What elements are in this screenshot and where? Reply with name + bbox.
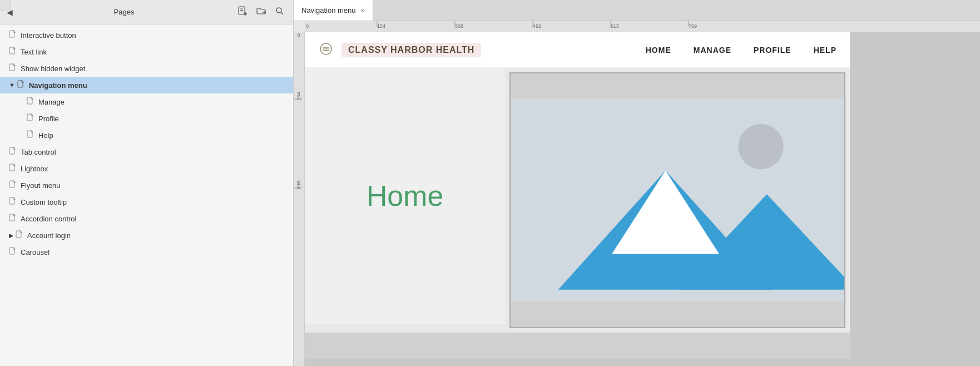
pages-list: Interactive button Text link Show hidden…: [0, 24, 293, 366]
header-icons: [235, 5, 286, 19]
sidebar-item-show-hidden-widget[interactable]: Show hidden widget: [0, 60, 293, 77]
sidebar-item-flyout-menu[interactable]: Flyout menu: [0, 177, 293, 194]
svg-rect-21: [16, 231, 21, 238]
pages-title: Pages: [13, 8, 235, 16]
canvas-content: Home: [305, 68, 850, 333]
page-doc-icon: [9, 214, 16, 224]
sidebar-item-tab-control[interactable]: Tab control: [0, 144, 293, 160]
svg-rect-18: [9, 181, 14, 187]
tab-close-icon[interactable]: ×: [360, 7, 365, 14]
sidebar-item-navigation-menu[interactable]: ▼ Navigation menu: [0, 77, 293, 93]
svg-rect-13: [27, 97, 32, 104]
pages-header: ◀ Pages: [0, 0, 293, 24]
svg-rect-15: [27, 131, 32, 137]
nav-link-help[interactable]: HELP: [814, 46, 837, 55]
home-section: Home: [305, 68, 505, 324]
left-panel: ◀ Pages: [0, 0, 294, 366]
ruler-top: 0 154 308 462 615 769: [305, 21, 980, 32]
svg-line-8: [281, 12, 283, 14]
page-doc-icon: [9, 180, 16, 190]
svg-rect-17: [9, 164, 14, 171]
add-page-icon[interactable]: [235, 5, 250, 19]
canvas-wrapper: 154 308 0: [294, 32, 980, 366]
brand-logo: CLASSY HARBOR HEALTH: [318, 41, 481, 59]
sidebar-item-accordion-control[interactable]: Accordion control: [0, 210, 293, 227]
page-doc-icon: [9, 30, 16, 40]
page-doc-icon: [27, 130, 34, 140]
sidebar-item-carousel[interactable]: Carousel: [0, 244, 293, 260]
sidebar-item-lightbox[interactable]: Lightbox: [0, 160, 293, 177]
svg-rect-16: [9, 147, 14, 154]
svg-rect-9: [9, 31, 14, 37]
sidebar-item-custom-tooltip[interactable]: Custom tooltip: [0, 194, 293, 210]
svg-point-7: [276, 8, 281, 13]
page-doc-icon: [27, 97, 34, 107]
svg-rect-12: [18, 81, 23, 87]
ruler-row: 0 154 308 462 615 769: [294, 21, 980, 32]
svg-rect-22: [9, 248, 14, 254]
tab-bar: Navigation menu ×: [294, 0, 980, 21]
search-icon[interactable]: [273, 6, 286, 18]
design-canvas: CLASSY HARBOR HEALTH HOME MANAGE PROFILE…: [305, 32, 850, 359]
page-doc-icon: [17, 80, 24, 90]
svg-rect-14: [27, 114, 32, 121]
svg-rect-19: [9, 197, 14, 204]
sidebar-item-manage[interactable]: Manage: [0, 93, 293, 110]
svg-text:0: 0: [297, 32, 300, 38]
tab-label: Navigation menu: [301, 6, 356, 14]
image-placeholder: [509, 72, 845, 328]
sidebar-item-help[interactable]: Help: [0, 127, 293, 144]
brand-name: CLASSY HARBOR HEALTH: [341, 43, 481, 57]
nav-link-manage[interactable]: MANAGE: [694, 46, 731, 55]
nav-bar: CLASSY HARBOR HEALTH HOME MANAGE PROFILE…: [305, 32, 850, 68]
svg-rect-11: [9, 64, 14, 71]
page-doc-icon: [9, 164, 16, 174]
sidebar-item-text-link[interactable]: Text link: [0, 43, 293, 60]
svg-text:154: 154: [296, 92, 301, 100]
svg-point-38: [738, 124, 783, 169]
page-doc-icon: [9, 147, 16, 157]
bottom-strip: [305, 333, 850, 359]
page-doc-icon: [9, 47, 16, 57]
page-doc-icon: [27, 113, 34, 123]
nav-link-home[interactable]: HOME: [646, 46, 671, 55]
add-folder-icon[interactable]: [254, 5, 269, 19]
canvas-area[interactable]: CLASSY HARBOR HEALTH HOME MANAGE PROFILE…: [305, 32, 980, 366]
sidebar-item-profile[interactable]: Profile: [0, 110, 293, 127]
page-doc-icon: [9, 247, 16, 257]
sidebar-item-interactive-button[interactable]: Interactive button: [0, 27, 293, 43]
canvas-tab[interactable]: Navigation menu ×: [294, 0, 373, 21]
ruler-left: 154 308 0: [294, 32, 305, 366]
home-text: Home: [367, 179, 444, 212]
svg-text:308: 308: [296, 181, 301, 189]
expand-arrow-down: ▼: [9, 82, 15, 88]
nav-links: HOME MANAGE PROFILE HELP: [646, 46, 837, 55]
nav-link-profile[interactable]: PROFILE: [754, 46, 791, 55]
placeholder-image-svg: [511, 73, 844, 327]
page-doc-icon: [9, 63, 16, 73]
page-doc-icon: [16, 230, 23, 240]
page-doc-icon: [9, 197, 16, 207]
svg-rect-20: [9, 214, 14, 221]
expand-arrow-right: ▶: [9, 232, 13, 239]
svg-rect-10: [9, 47, 14, 54]
right-panel: Navigation menu × 0 154 308 462 615 769: [294, 0, 980, 366]
brand-logo-icon: [318, 41, 336, 59]
sidebar-item-account-login[interactable]: ▶ Account login: [0, 227, 293, 244]
